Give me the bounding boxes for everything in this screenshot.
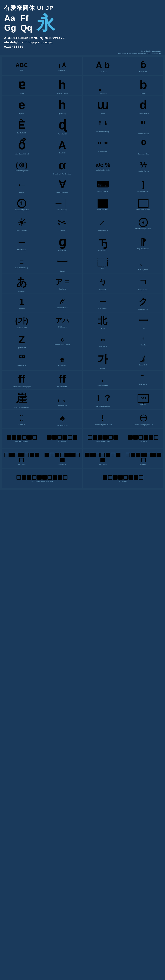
paren-open: ( (16, 161, 18, 169)
label-diacriticals-sup: Diacriticals Sup (138, 133, 149, 135)
tile-c4 (19, 453, 24, 457)
symbol-cyrillic-ext-s: È (18, 119, 25, 131)
glyph-grid: ABC ABC ¡ À Latin 1 Sup Ā b Latin Ext A … (0, 55, 165, 490)
tile-c8 (19, 458, 24, 462)
alphabet-display: ABCDEFGHIJKLMNOPQRSTUVWXYZ abcdefghijklm… (0, 35, 165, 50)
symbol-alphabetic-pf: ff (59, 373, 66, 385)
symbol-punctuation: " " (98, 140, 108, 150)
cell-emoticons: Emoticons (42, 428, 82, 448)
symbol-diacriticals-sup: " (140, 118, 146, 132)
label-math-op: Math Operators (57, 192, 68, 194)
cell-ids: IDS (83, 253, 123, 273)
symbol-arrows: ← (16, 178, 27, 191)
label-bopomofo-ext: Bopomofo Ext (57, 307, 67, 309)
label-phonetic-ext-sup: Phonetic Ext Sup (97, 131, 109, 133)
cell-jtc-compat: JTC Compat Ideographs Sup (2, 469, 82, 488)
symbol-enclosed-cjk: (가) (15, 315, 28, 326)
cell-cjk-ext-d: CJK Ext D (42, 449, 82, 468)
symbol-bopomofo: ㄅ (98, 277, 107, 288)
cell-diacriticals-ext: d Diacriticals Ext (123, 96, 163, 116)
label-number-forms: Number Forms (138, 170, 149, 172)
cell-punctuation: " " Punctuation (83, 136, 123, 156)
tile-t3 (98, 435, 103, 440)
label-diacriticals-ext: Diacriticals Ext (138, 113, 149, 115)
label-cjk-ext-f: CJK Ext F (140, 463, 147, 465)
tile-b6 (154, 435, 159, 440)
label-ipa: IPA Ext (19, 92, 24, 95)
label-diacriticals-for-sym: Diacriticals For Symbols (54, 173, 71, 175)
cell-diacriticals-for-sym: α Diacriticals For Symbols (42, 156, 82, 176)
label-jamo-ext-a: Jamo Ext A (17, 364, 26, 366)
cell-sup-arrows-b: ↑ Sup Arrows B (83, 214, 123, 232)
cell-math-op: ∀ Math Operators (42, 176, 82, 195)
symbol-math-op: ∀ (59, 178, 66, 191)
tile-b1 (128, 435, 133, 440)
symbol-cyrillic-sup: h (59, 97, 66, 112)
cell-kaachu: ꜗ Kaachu (123, 331, 163, 350)
cell-cyrillic: е Cyrillic (2, 96, 42, 116)
symbol-jamo-ext-a: ꥠ (18, 355, 25, 364)
tile-j5 (37, 475, 42, 480)
symbol-latin-ext-e: ꬰ (60, 355, 64, 364)
cell-block-elements: Block Elements (83, 195, 123, 214)
symbol-katakana: ア = (55, 277, 69, 287)
digit-display: 0123456789 (4, 45, 161, 49)
tile-3 (17, 435, 21, 440)
cell-kangxi: 一 Kangxi (42, 253, 82, 273)
paren-close: ) (25, 161, 28, 169)
cell-cyrillic-ext-b: Ζ Cyrillic Ext B (2, 331, 42, 350)
tile-d4 (60, 453, 65, 457)
tile-e2 (52, 435, 57, 440)
header-section: 有爱窄圆体 UI JP Aa Ff Gg Qq 永 (0, 0, 165, 35)
tile-f3 (95, 453, 100, 457)
grid-row-22: JTC Compat Ideographs Sup Sup PUA A (2, 469, 163, 488)
label-hiragana: Hiragana (18, 290, 25, 293)
tile-d6 (70, 453, 75, 457)
symbol-kanbun: 1 (19, 297, 24, 307)
symbol-phonetic-ext-sup: ꜛ ꜜ (98, 120, 107, 130)
grid-row-8: 1 Enclosed Alphabet ─ │ Box Drawing Bloc… (2, 195, 163, 214)
cell-cjk-ext-e: CJK Ext E (83, 449, 123, 468)
label-jtc-compat: JTC Compat Ideographs Sup (31, 480, 53, 482)
symbol-misc-pictographs (6, 435, 37, 440)
tile-p2 (108, 475, 113, 480)
cell-greek-ext: A Greek Ext (42, 136, 82, 156)
grid-row-11: ≡ CJK Radicals Sup 一 Kangxi IDS 、 CJK Sy… (2, 253, 163, 273)
cell-control-pictures: ] Control Pictures (123, 176, 163, 195)
label-diacriticals: Diacriticals (99, 92, 107, 95)
symbol-cjk-ext-a: 北 (98, 315, 107, 327)
tile-f1 (85, 453, 89, 457)
symbol-latin-ext-c: ɡ (59, 235, 66, 249)
label-cyrillic-ext-s: Cyrillic Ext S (17, 132, 26, 134)
label-cjk-symbols: CJK Symbols (138, 269, 148, 271)
symbol-cyrillic-ext-a: ꚋ (98, 235, 107, 249)
symbol-sup-arrows-b: ↑ (97, 216, 109, 229)
label-nusgu: Nusgu (100, 367, 105, 369)
cell-cyrillic-sup: h Cyrillic Sup (42, 96, 82, 116)
label-currency: Currency Symbols (15, 170, 29, 172)
symbol-cjk-ext-b (128, 435, 159, 440)
symbol-number-forms: ⅐ (140, 161, 147, 169)
cell-misc-technical: ⌨ Misc Technical (83, 176, 123, 195)
tile-j7 (48, 475, 52, 480)
grid-row-3: е Cyrillic h Cyrillic Sup ա Armo d Diacr… (2, 96, 163, 116)
label-enclosed-alpha: Enclosed Alphabet (15, 209, 29, 211)
tile-p1 (103, 475, 107, 480)
tile-g3 (136, 453, 140, 457)
cell-modifier-tone: c Modifier Tone Letters (42, 331, 82, 350)
symbol-currency-wrapper: ( © ) (16, 161, 28, 169)
grid-row-15: Ζ Cyrillic Ext B c Modifier Tone Letters… (2, 331, 163, 350)
symbol-cyrillic-ext-b: Ζ (18, 334, 25, 346)
label-enclosed-cjk: Enclosed CJK (16, 327, 27, 329)
tile-g8 (141, 458, 146, 462)
cell-latin-ext-a: Ā b Latin Ext A (83, 57, 123, 75)
cell-arrows: ← Arrows (2, 176, 42, 195)
symbol-sup-punct: ⁋ (140, 237, 146, 247)
symbol-cjk-ext-c (3, 453, 41, 462)
cell-enclosed-cjk: (가) Enclosed CJK (2, 312, 42, 331)
tile-d3 (55, 453, 59, 457)
tile-f5 (106, 453, 110, 457)
cell-half-full-forms: ！？ Half And Full Forms (83, 390, 123, 409)
label-bopomofo: Bopomofo (99, 289, 106, 291)
cell-letterlike: a/c % Letterlike Symbols (83, 156, 123, 176)
